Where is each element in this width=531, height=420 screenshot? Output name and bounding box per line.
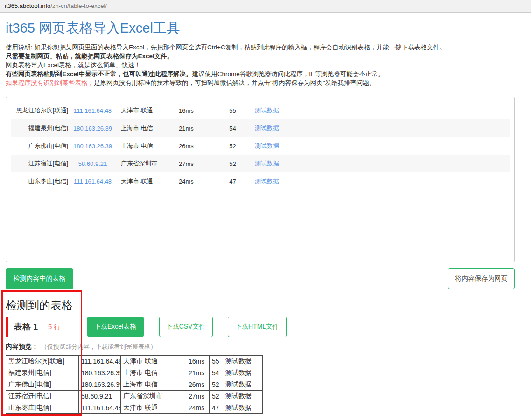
table-cell: 江苏宿迁[电信] bbox=[6, 391, 79, 402]
table-row: 江苏宿迁[电信]58.60.9.21广东省深圳市27ms52测试数据 bbox=[11, 155, 510, 172]
page-title: it365 网页表格导入Excel工具 bbox=[6, 19, 515, 38]
table-cell: 52 bbox=[210, 379, 223, 391]
table-cell: 16ms bbox=[186, 356, 210, 367]
table-cell: 180.163.26.39 bbox=[79, 367, 121, 379]
table-cell: 黑龙江哈尔滨[联通] bbox=[11, 106, 68, 115]
actions-row: 检测内容中的表格 将内容保存为网页 bbox=[6, 268, 515, 289]
table-cell: 26ms bbox=[174, 143, 224, 150]
table-row: 福建泉州[电信]180.163.26.39上海市 电信21ms54测试数据 bbox=[6, 367, 263, 379]
ip-link[interactable]: 58.60.9.21 bbox=[68, 160, 117, 167]
detected-tables-heading: 检测到的表格 bbox=[6, 298, 515, 313]
instruction-line-1: 使用说明: 如果你想把某网页里面的表格导入Excel，先把那个网页全选再Ctrl… bbox=[6, 43, 515, 52]
table-cell: 上海市 电信 bbox=[121, 379, 186, 391]
preview-table-body: 黑龙江哈尔滨[联通]111.161.64.48天津市 联通16ms55测试数据福… bbox=[6, 356, 263, 414]
table-accent-bar bbox=[6, 317, 8, 337]
preview-table: 黑龙江哈尔滨[联通]111.161.64.48天津市 联通16ms55测试数据福… bbox=[6, 355, 263, 414]
table-cell: 27ms bbox=[186, 391, 210, 402]
table-cell: 47 bbox=[210, 402, 223, 414]
table-cell: 黑龙江哈尔滨[联通] bbox=[6, 356, 79, 367]
table-cell: 27ms bbox=[174, 160, 224, 167]
download-html-button[interactable]: 下载HTML文件 bbox=[228, 317, 287, 337]
instruction-line-5: 如果程序没有识别到某些表格，是原网页没有用标准的技术导致的，可扫码加微信解决，并… bbox=[6, 78, 515, 87]
content-input-area[interactable]: 黑龙江哈尔滨[联通]111.161.64.48天津市 联通16ms55测试数据福… bbox=[6, 97, 515, 262]
table-cell: 58.60.9.21 bbox=[79, 391, 121, 402]
table-row: 黑龙江哈尔滨[联通]111.161.64.48天津市 联通16ms55测试数据 bbox=[11, 102, 510, 119]
table-cell: 26ms bbox=[186, 379, 210, 391]
table-cell: 24ms bbox=[174, 178, 224, 185]
table-cell: 天津市 联通 bbox=[117, 106, 174, 115]
url-path: /zh-cn/table-to-excel/ bbox=[50, 2, 107, 9]
table-row: 山东枣庄[电信]111.161.64.48天津市 联通24ms47测试数据 bbox=[6, 402, 263, 414]
ip-link[interactable]: 180.163.26.39 bbox=[68, 125, 117, 132]
table-cell: 天津市 联通 bbox=[121, 402, 186, 414]
preview-note: （仅预览部分内容，下载能看到完整表格） bbox=[41, 343, 156, 350]
table-cell: 广东佛山[电信] bbox=[11, 142, 68, 150]
table-cell: 天津市 联通 bbox=[117, 177, 174, 186]
usage-instructions: 使用说明: 如果你想把某网页里面的表格导入Excel，先把那个网页全选再Ctrl… bbox=[6, 43, 515, 87]
table-row: 江苏宿迁[电信]58.60.9.21广东省深圳市27ms52测试数据 bbox=[6, 391, 263, 402]
table-cell: 24ms bbox=[186, 402, 210, 414]
table-cell: 16ms bbox=[174, 107, 224, 114]
table-cell: 测试数据 bbox=[223, 402, 263, 414]
test-data-link[interactable]: 测试数据 bbox=[241, 177, 510, 186]
table-label: 表格 1 bbox=[14, 321, 38, 332]
table-cell: 55 bbox=[210, 356, 223, 367]
table-cell: 天津市 联通 bbox=[121, 356, 186, 367]
test-data-link[interactable]: 测试数据 bbox=[241, 142, 510, 150]
ip-link[interactable]: 111.161.64.48 bbox=[68, 107, 117, 114]
table-cell: 52 bbox=[224, 143, 241, 150]
instruction-warning-text: 如果程序没有识别到某些表格， bbox=[6, 79, 94, 86]
detect-tables-button[interactable]: 检测内容中的表格 bbox=[6, 268, 73, 289]
instruction-text: 建议使用Chrome谷歌浏览器访问此程序，IE等浏览器可能会不正常。 bbox=[192, 70, 384, 77]
table-cell: 52 bbox=[224, 160, 241, 167]
instruction-label: 使用说明: bbox=[6, 44, 35, 51]
table-cell: 广东省深圳市 bbox=[117, 159, 174, 168]
instruction-bold-text: 只需要复制网页、粘贴，就能把网页表格保存为Excel文件。 bbox=[6, 53, 173, 60]
table-cell: 广东佛山[电信] bbox=[6, 379, 79, 391]
test-data-link[interactable]: 测试数据 bbox=[241, 159, 510, 168]
table-cell: 江苏宿迁[电信] bbox=[11, 159, 68, 168]
ip-link[interactable]: 180.163.26.39 bbox=[68, 143, 117, 150]
table-row: 山东枣庄[电信]111.161.64.48天津市 联通24ms47测试数据 bbox=[11, 172, 510, 190]
table-cell: 福建泉州[电信] bbox=[6, 367, 79, 379]
table-cell: 54 bbox=[210, 367, 223, 379]
url-domain: it365.abctool.info bbox=[5, 2, 50, 9]
instruction-text: 如果你想把某网页里面的表格导入Excel，先把那个网页全选再Ctrl+C复制，粘… bbox=[35, 44, 446, 51]
table-row: 广东佛山[电信]180.163.26.39上海市 电信26ms52测试数据 bbox=[11, 137, 510, 155]
table-cell: 111.161.64.48 bbox=[79, 356, 121, 367]
test-data-link[interactable]: 测试数据 bbox=[241, 106, 510, 115]
instruction-text: 网页表格导入Excel表格，就是这么简单、快速！ bbox=[6, 62, 141, 69]
table-cell: 测试数据 bbox=[223, 391, 263, 402]
table-cell: 上海市 电信 bbox=[117, 124, 174, 132]
table-cell: 福建泉州[电信] bbox=[11, 124, 68, 132]
save-as-webpage-button[interactable]: 将内容保存为网页 bbox=[448, 268, 515, 289]
table-cell: 54 bbox=[224, 125, 241, 132]
row-count-badge: 5 行 bbox=[48, 323, 61, 331]
test-data-link[interactable]: 测试数据 bbox=[241, 124, 510, 132]
page-content: it365 网页表格导入Excel工具 使用说明: 如果你想把某网页里面的表格导… bbox=[0, 19, 531, 414]
table-card-header: 表格 1 5 行 下载Excel表格 下载CSV文件 下载HTML文件 bbox=[6, 316, 515, 337]
table-cell: 上海市 电信 bbox=[121, 367, 186, 379]
table-cell: 山东枣庄[电信] bbox=[11, 177, 68, 186]
preview-label: 内容预览： bbox=[6, 343, 38, 350]
browser-address-bar[interactable]: it365.abctool.info/zh-cn/table-to-excel/ bbox=[0, 0, 531, 13]
instruction-bold-text: 有些网页表格粘贴到Excel中显示不正常，也可以通过此程序解决。 bbox=[6, 70, 192, 77]
table-cell: 测试数据 bbox=[223, 379, 263, 391]
table-cell: 47 bbox=[224, 178, 241, 185]
download-csv-button[interactable]: 下载CSV文件 bbox=[159, 317, 213, 337]
preview-caption: 内容预览：（仅预览部分内容，下载能看到完整表格） bbox=[6, 343, 515, 351]
table-cell: 180.163.26.39 bbox=[79, 379, 121, 391]
instruction-line-3: 网页表格导入Excel表格，就是这么简单、快速！ bbox=[6, 61, 515, 69]
table-cell: 山东枣庄[电信] bbox=[6, 402, 79, 414]
table-row: 广东佛山[电信]180.163.26.39上海市 电信26ms52测试数据 bbox=[6, 379, 263, 391]
table-cell: 55 bbox=[224, 107, 241, 114]
table-cell: 测试数据 bbox=[223, 367, 263, 379]
table-cell: 21ms bbox=[186, 367, 210, 379]
instruction-text: 是原网页没有用标准的技术导致的，可扫码加微信解决，并点击"将内容保存为网页"发给… bbox=[94, 79, 376, 86]
download-excel-button[interactable]: 下载Excel表格 bbox=[87, 317, 144, 337]
table-row: 福建泉州[电信]180.163.26.39上海市 电信21ms54测试数据 bbox=[11, 119, 510, 137]
table-cell: 111.161.64.48 bbox=[79, 402, 121, 414]
instruction-line-2: 只需要复制网页、粘贴，就能把网页表格保存为Excel文件。 bbox=[6, 52, 515, 61]
ip-link[interactable]: 111.161.64.48 bbox=[68, 178, 117, 185]
table-row: 黑龙江哈尔滨[联通]111.161.64.48天津市 联通16ms55测试数据 bbox=[6, 356, 263, 367]
